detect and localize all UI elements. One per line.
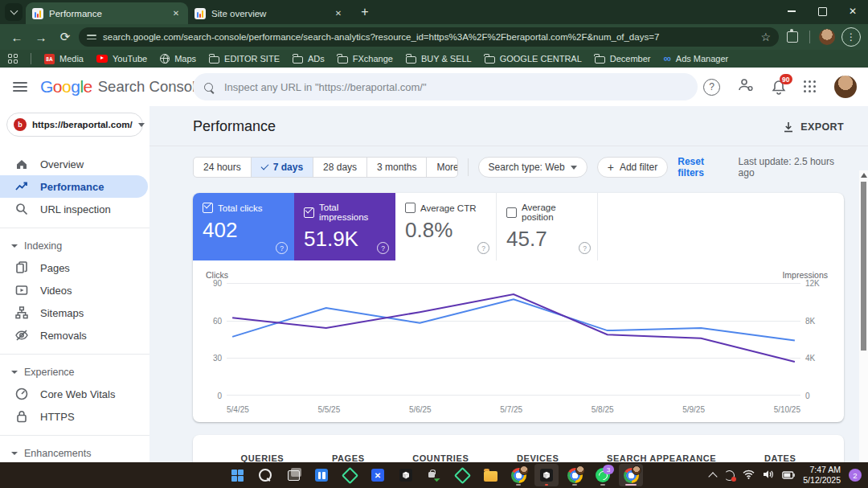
tab-pages[interactable]: PAGES [332,453,365,462]
sidebar-section-enhancements[interactable]: Enhancements [0,443,149,462]
sidebar-section-experience[interactable]: Experience [0,362,149,383]
bookmark-folder-buy-sell[interactable]: BUY & SELL [406,54,472,64]
sidebar-item-https[interactable]: HTTPS [0,405,149,428]
apps-shortcut-icon[interactable] [8,54,18,64]
green-diamond-app-icon[interactable] [338,464,362,486]
chrome-active-icon[interactable] [619,464,643,486]
address-bar[interactable]: search.google.com/search-console/perform… [79,27,779,47]
window-close-button[interactable]: ✕ [837,0,868,23]
tab-search-button[interactable] [5,3,23,21]
sidebar-item-core-web-vitals[interactable]: Core Web Vitals [0,383,149,405]
tab-countries[interactable]: COUNTRIES [412,453,469,462]
account-avatar[interactable] [834,76,857,98]
checkbox-checked[interactable] [304,207,314,218]
cube-app-2-icon[interactable] [534,464,559,486]
bookmark-folder-google-central[interactable]: GOOGLE CENTRAL [485,54,582,64]
sidebar-item-removals[interactable]: Removals [0,324,149,347]
chrome-profile-1-icon[interactable] [506,464,530,486]
export-button[interactable]: EXPORT [783,121,844,133]
metric-average-position[interactable]: Average position 45.7 ? [497,193,598,260]
add-filter-chip[interactable]: +Add filter [597,157,669,178]
battery-icon[interactable] [782,468,795,482]
bookmark-media[interactable]: 8AMedia [44,54,84,64]
taskbar-search-icon[interactable] [253,464,277,486]
help-icon[interactable]: ? [477,242,489,254]
whatsapp-icon[interactable]: 3 [591,464,615,486]
wifi-icon[interactable] [743,468,755,482]
reload-button[interactable]: ⟳ [55,27,76,47]
help-icon[interactable]: ? [579,242,591,254]
forward-button[interactable]: → [31,27,51,47]
window-maximize-button[interactable] [807,0,837,23]
help-icon[interactable]: ? [377,242,389,254]
sidebar-item-overview[interactable]: Overview [0,153,149,175]
url-inspection-search[interactable] [193,73,698,100]
range-24-hours[interactable]: 24 hours [194,158,252,177]
start-button[interactable] [225,464,249,486]
tab-dates[interactable]: DATES [764,453,796,462]
property-selector[interactable]: b https://beraportal.com/ [6,113,143,137]
notifications-bell-icon[interactable]: 90 [772,79,786,95]
bookmark-star-icon[interactable]: ☆ [760,31,771,43]
reset-filters-link[interactable]: Reset filters [678,156,728,178]
new-tab-button[interactable]: + [355,2,375,22]
url-inspection-input[interactable] [223,80,686,94]
notification-center-badge[interactable]: 2 [849,469,862,482]
range-7-days-selected[interactable]: 7 days [252,158,313,177]
page-scrollbar[interactable] [859,170,868,462]
file-explorer-icon[interactable] [478,464,502,486]
cube-app-icon[interactable] [394,464,418,486]
help-icon[interactable]: ? [276,242,288,254]
checkbox-checked[interactable] [203,203,213,213]
mail-app-icon[interactable] [309,464,334,486]
checkbox-unchecked[interactable] [506,207,517,218]
sidebar-item-videos[interactable]: Videos [0,279,149,301]
sidebar-section-indexing[interactable]: Indexing [0,236,149,256]
tab-devices[interactable]: DEVICES [517,453,559,462]
bookmark-folder-ads[interactable]: ADs [293,54,325,64]
sync-tray-icon[interactable] [724,470,735,481]
sidebar-item-pages[interactable]: Pages [0,256,149,279]
browser-menu-button[interactable]: ⋮ [841,27,862,47]
green-diamond-app-2-icon[interactable] [450,464,474,486]
metric-total-impressions[interactable]: Total impressions 51.9K ? [294,193,395,260]
taskbar-clock[interactable]: 7:47 AM 5/12/2025 [803,465,841,486]
help-icon[interactable]: ? [703,79,720,96]
search-type-chip[interactable]: Search type: Web [478,157,588,178]
sidebar-item-sitemaps[interactable]: Sitemaps [0,301,149,324]
sidebar-item-url-inspection[interactable]: URL inspection [0,198,149,220]
back-button[interactable]: ← [6,27,27,47]
volume-icon[interactable] [763,468,774,482]
bookmark-folder-december[interactable]: December [595,54,651,64]
tab-close-button[interactable]: ✕ [333,8,344,19]
range-3-months[interactable]: 3 months [367,158,427,177]
bookmark-ads-manager[interactable]: ∞Ads Manager [664,54,729,64]
tab-search-appearance[interactable]: SEARCH APPEARANCE [607,453,716,462]
site-settings-icon[interactable] [87,33,96,41]
range-more[interactable]: More [427,158,457,177]
browser-tab-inactive[interactable]: Site overview ✕ [188,2,350,24]
extensions-icon[interactable] [782,27,803,47]
window-minimize-button[interactable] [776,0,807,23]
google-apps-grid-icon[interactable] [804,80,817,93]
scrollbar-thumb[interactable] [861,182,866,351]
browser-tab-active[interactable]: Performance ✕ [26,2,188,24]
user-settings-icon[interactable] [738,78,754,96]
bookmark-folder-fxchange[interactable]: FXchange [338,54,393,64]
metric-total-clicks[interactable]: Total clicks 402 ? [193,193,294,260]
checkbox-unchecked[interactable] [405,203,416,213]
task-view-icon[interactable] [281,464,305,486]
tab-close-button[interactable]: ✕ [170,8,182,19]
metric-average-ctr[interactable]: Average CTR 0.8% ? [395,193,497,260]
hamburger-menu-icon[interactable] [13,82,27,92]
hidden-icons-chevron[interactable] [709,472,718,481]
bookmark-youtube[interactable]: YouTube [96,54,147,64]
range-28-days[interactable]: 28 days [313,158,367,177]
bookmark-maps[interactable]: Maps [160,54,196,64]
scrollbar-up-arrow[interactable] [861,173,867,178]
blue-x-app-icon[interactable]: ✕ [366,464,390,486]
bookmark-folder-editor-site[interactable]: EDITOR SITE [209,54,280,64]
tab-queries[interactable]: QUERIES [241,453,285,462]
sidebar-item-performance[interactable]: Performance [0,175,148,198]
file-transfer-app-icon[interactable] [422,464,446,486]
